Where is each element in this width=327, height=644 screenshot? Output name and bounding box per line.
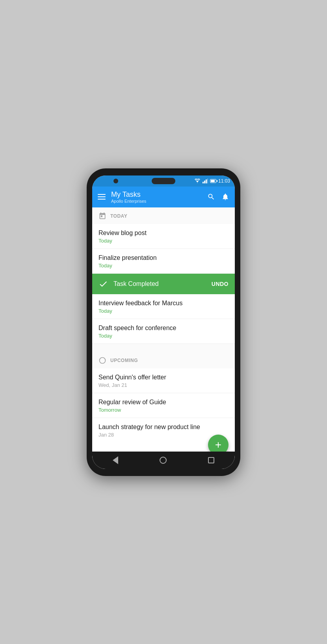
wifi-icon	[194, 179, 201, 183]
search-button[interactable]	[207, 193, 215, 201]
svg-rect-3	[207, 179, 208, 183]
status-time: 11:03	[218, 178, 230, 184]
home-icon	[160, 457, 167, 464]
task-title: Draft speech for conference	[98, 325, 229, 332]
hamburger-icon[interactable]	[98, 194, 106, 200]
task-item[interactable]: Regular review of Guide Tomorrow	[92, 393, 235, 418]
svg-rect-0	[203, 182, 204, 183]
undo-button[interactable]: UNDO	[212, 281, 229, 287]
notifications-button[interactable]	[221, 193, 229, 201]
today-section-header: TODAY	[92, 207, 235, 224]
task-item[interactable]: Draft speech for conference Today	[92, 319, 235, 344]
signal-icon	[203, 179, 208, 183]
task-completed-banner: Task Completed UNDO	[92, 274, 235, 294]
task-title: Review blog post	[98, 230, 229, 237]
app-bar: My Tasks Apollo Enterprises	[92, 187, 235, 207]
search-icon	[207, 193, 215, 201]
app-subtitle: Apollo Enterprises	[111, 199, 146, 203]
task-title: Interview feedback for Marcus	[98, 300, 229, 307]
task-item[interactable]: Launch strategy for new product line Jan…	[92, 418, 235, 452]
app-title: My Tasks	[111, 190, 146, 199]
app-bar-title: My Tasks Apollo Enterprises	[111, 190, 146, 203]
back-icon	[113, 456, 118, 464]
phone-speaker	[152, 178, 175, 184]
task-date: Tomorrow	[98, 407, 229, 413]
task-date: Jan 28	[98, 432, 229, 438]
app-bar-right	[207, 193, 229, 201]
phone-camera	[113, 179, 118, 183]
task-completed-left: Task Completed	[98, 279, 159, 289]
task-date: Today	[98, 308, 229, 314]
status-icons: 11:03	[194, 178, 230, 184]
task-title: Launch strategy for new product line	[98, 424, 229, 431]
content-area: TODAY Review blog post Today Finalize pr…	[92, 207, 235, 452]
recents-button[interactable]	[208, 457, 214, 463]
phone-device: 11:03 My Tasks Apollo Enterprises	[87, 168, 240, 476]
task-date: Today	[98, 333, 229, 339]
section-spacer	[92, 344, 235, 352]
fab-plus-icon: +	[215, 439, 221, 450]
check-icon	[98, 279, 108, 289]
task-item[interactable]: Review blog post Today	[92, 224, 235, 249]
back-button[interactable]	[113, 456, 118, 464]
nav-bar	[92, 452, 235, 469]
today-label: TODAY	[110, 213, 127, 219]
upcoming-section-header: UPCOMING	[92, 352, 235, 368]
today-icon	[98, 212, 106, 220]
svg-rect-1	[204, 181, 205, 183]
phone-screen: 11:03 My Tasks Apollo Enterprises	[92, 175, 235, 469]
svg-point-4	[100, 357, 106, 363]
svg-rect-2	[206, 179, 207, 183]
home-button[interactable]	[160, 457, 167, 464]
upcoming-icon	[98, 357, 106, 364]
task-title: Finalize presentation	[98, 254, 229, 261]
task-date: Wed, Jan 21	[98, 382, 229, 388]
bell-icon	[221, 193, 229, 201]
recents-icon	[208, 457, 214, 463]
task-item[interactable]: Interview feedback for Marcus Today	[92, 294, 235, 319]
battery-icon	[210, 179, 216, 183]
task-title: Regular review of Guide	[98, 399, 229, 406]
app-bar-left: My Tasks Apollo Enterprises	[98, 190, 146, 203]
task-date: Today	[98, 263, 229, 269]
task-item[interactable]: Send Quinn's offer letter Wed, Jan 21	[92, 368, 235, 393]
task-title: Send Quinn's offer letter	[98, 374, 229, 381]
upcoming-label: UPCOMING	[110, 358, 138, 363]
task-item[interactable]: Finalize presentation Today	[92, 249, 235, 274]
task-date: Today	[98, 238, 229, 244]
task-completed-text: Task Completed	[113, 280, 159, 287]
